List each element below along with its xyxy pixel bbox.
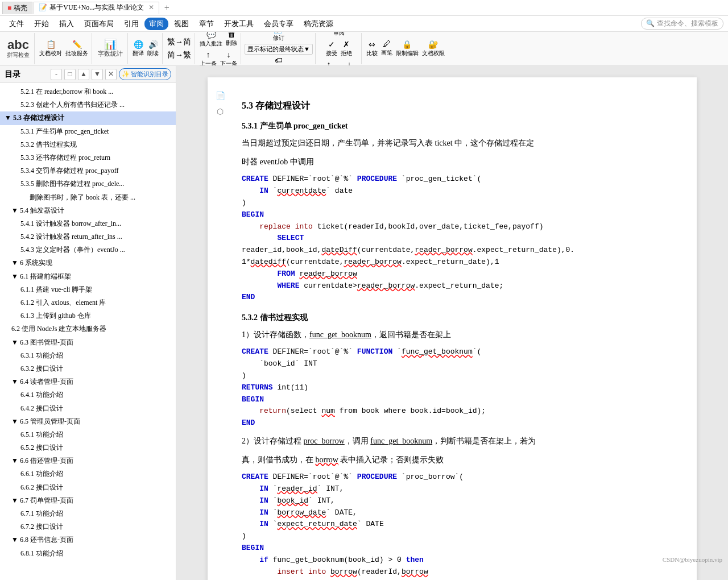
toc-item-662[interactable]: 6.6.2 接口设计 [0,481,176,494]
toc-item-54[interactable]: ▼ 5.4 触发器设计 [0,204,176,217]
menu-start[interactable]: 开始 [30,18,53,30]
toc-item-661[interactable]: 6.6.1 功能介绍 [0,467,176,480]
menu-resources[interactable]: 稿壳资源 [299,18,338,30]
menu-devtools[interactable]: 开发工具 [220,18,258,30]
toc-item-611[interactable]: 6.1.1 搭建 vue-cli 脚手架 [0,283,176,296]
toc-item-535[interactable]: 5.3.5 删除图书存储过程 proc_dele... [0,177,176,190]
toc-item-64[interactable]: ▼ 6.4 读者管理-页面 [0,375,176,388]
toc-item-61[interactable]: ▼ 6.1 搭建前端框架 [0,270,176,283]
next-comment-button[interactable]: ↓ 下一条 [219,49,238,67]
tab-add-button[interactable]: + [160,2,173,14]
toc-item-651[interactable]: 6.5.1 功能介绍 [0,428,176,441]
sidebar-controls: - □ ▲ ▼ ✕ ✨ 智能识别目录 [51,68,171,80]
menu-bar: 文件 开始 插入 页面布局 引用 审阅 视图 章节 开发工具 会员专享 稿壳资源… [0,16,728,32]
code3-line-6: ) [242,531,663,542]
toc-item-68[interactable]: ▼ 6.8 还书信息-页面 [0,533,176,546]
toc-item-543[interactable]: 5.4.3 定义定时器（事件）eventJo ... [0,243,176,256]
toc-item-62[interactable]: 6.2 使用 NodeJs 建立本地服务器 [0,322,176,335]
show-final-dropdown[interactable]: 显示标记的最终状态 ▼ [245,44,313,55]
toc-item-652[interactable]: 6.5.2 接口设计 [0,441,176,454]
read-aloud-button[interactable]: 🔊 朗读 [146,39,160,59]
toc-item-53[interactable]: ▼ 5.3 存储过程设计 [0,111,176,125]
toc-item-641[interactable]: 6.4.1 功能介绍 [0,388,176,401]
sidebar-expand-all-button[interactable]: □ [64,69,76,80]
toc-item-631[interactable]: 6.3.1 功能介绍 [0,349,176,362]
code2-line-2: `book_id` INT [242,358,663,370]
delete-comment-button[interactable]: 🗑 删除 [225,32,238,49]
doc-icon-btn-2[interactable]: ⬡ [213,105,227,118]
menu-review[interactable]: 审阅 [144,18,168,30]
toolbar-group-tradsimp: 繁→简 简→繁 [164,33,195,64]
review-button[interactable]: 👁 审阅 [332,32,346,38]
toc-item-541[interactable]: 5.4.1 设计触发器 borrow_after_in... [0,217,176,230]
menu-page-layout[interactable]: 页面布局 [80,18,118,30]
next-change-button[interactable]: ↓ 下一条 [340,59,359,66]
compare-button[interactable]: ⇔ 比较 [365,39,379,59]
tab-close-icon[interactable]: ✕ [148,3,154,12]
toc-item-681[interactable]: 6.8.1 功能介绍 [0,547,176,560]
toc-item-534[interactable]: 5.3.4 交罚单存储过程 proc_payoff [0,164,176,177]
tab-guke[interactable]: ■ 稿壳 [2,2,32,14]
tab-doc[interactable]: 📝 基于VUE+No...与实践 毕业论文 ✕ [34,2,159,14]
toc-item-521[interactable]: 5.2.1 在 reader,borrow 和 book ... [0,85,176,98]
code3-line-2: IN `reader_id` INT, [242,483,663,495]
toc-item-66[interactable]: ▼ 6.6 借还管理-页面 [0,454,176,467]
toc-item-613[interactable]: 6.1.3 上传到 github 仓库 [0,309,176,322]
prev-comment-button[interactable]: ↑ 上一条 [198,49,218,67]
sidebar-collapse-all-button[interactable]: - [51,69,62,80]
restrict-edit-button[interactable]: 🔒 限制编辑 [395,39,420,59]
menu-view[interactable]: 视图 [169,18,193,30]
toc-item-632[interactable]: 6.3.2 接口设计 [0,362,176,375]
toc-item-542[interactable]: 5.4.2 设计触发器 return_after_ins ... [0,230,176,243]
tab-doc-icon: 📝 [39,3,47,12]
code2-line-4: RETURNS int(11) [242,382,663,394]
translate-button[interactable]: 🌐 翻译 [131,39,145,59]
toc-item-67[interactable]: ▼ 6.7 罚单管理-页面 [0,494,176,507]
para-532-2: 2）设计存储过程 proc_borrow，调用 func_get_booknum… [242,434,663,448]
word-count-button[interactable]: 📊 字数统计 [96,38,125,59]
toc-item-6[interactable]: ▼ 6 系统实现 [0,256,176,270]
menu-file[interactable]: 文件 [5,18,28,30]
menu-insert[interactable]: 插入 [55,18,78,30]
code-line-7: reader_id,book_id,dateDiff(currentdate,r… [242,245,663,256]
toc-item-642[interactable]: 6.4.2 接口设计 [0,402,176,415]
toc-item-531[interactable]: 5.3.1 产生罚单 proc_gen_ticket [0,125,176,138]
simp-to-trad-button[interactable]: 简→繁 [166,49,192,61]
toc-item-65[interactable]: ▼ 6.5 管理员管理-页面 [0,415,176,428]
toc-item-672[interactable]: 6.7.2 接口设计 [0,520,176,533]
sidebar-close-button[interactable]: ✕ [105,69,117,80]
pen-button[interactable]: 🖊 画笔 [380,39,394,59]
restrict-label: 限制编辑 [396,49,419,57]
toc-item-612[interactable]: 6.1.2 引入 axious、element 库 [0,296,176,309]
sidebar-next-button[interactable]: ▼ [92,69,103,80]
para-531-text1: 当日期超过预定归还日期，产生罚单，并将记录写入表 ticket 中，这个存储过程… [242,139,534,147]
track-changes-button[interactable]: 📝 修订 [272,32,286,43]
sidebar-ai-button[interactable]: ✨ 智能识别目录 [119,68,171,80]
section-title-53: 5.3 存储过程设计 [242,100,663,112]
toc-item-532[interactable]: 5.3.2 借书过程实现 [0,138,176,151]
show-markup-button[interactable]: 🏷 显示标记 [266,55,291,67]
toc-item-535-sub[interactable]: 删除图书时，除了 book 表，还要 ... [0,191,176,204]
code3-line-7: BEGIN [242,542,663,554]
menu-reference[interactable]: 引用 [119,18,143,30]
batch-correct-button[interactable]: ✏️ 批改服务 [64,39,89,59]
reject-button[interactable]: ✗ 拒绝 [340,39,353,59]
menu-search-box[interactable]: 🔍 查找命令、搜索模板 [641,18,723,30]
toc-item-523[interactable]: 5.2.3 创建个人所有借书归还记录 ... [0,98,176,111]
toc-item-63[interactable]: ▼ 6.3 图书管理-页面 [0,336,176,349]
subsection-title-532: 5.3.2 借书过程实现 [242,313,663,323]
menu-chapter[interactable]: 章节 [195,18,218,30]
doc-permission-button[interactable]: 🔐 文档权限 [421,39,446,59]
code-line-2: IN `currentdate` date [242,185,663,197]
accept-button[interactable]: ✓ 接受 [325,39,338,59]
menu-vip[interactable]: 会员专享 [259,18,298,30]
doc-check-button[interactable]: 📋 文档校对 [38,39,63,59]
prev-change-button[interactable]: ↑ 上一条 [319,59,338,66]
doc-icon-btn-1[interactable]: 📄 [213,89,227,102]
insert-comment-button[interactable]: 💬 插入批注 [198,32,224,49]
spell-check-button[interactable]: abc 拼写检查 [5,38,32,60]
toc-item-671[interactable]: 6.7.1 功能介绍 [0,507,176,520]
sidebar-prev-button[interactable]: ▲ [78,69,89,80]
trad-to-simp-button[interactable]: 繁→简 [166,36,192,48]
toc-item-533[interactable]: 5.3.3 还书存储过程 proc_return [0,151,176,164]
